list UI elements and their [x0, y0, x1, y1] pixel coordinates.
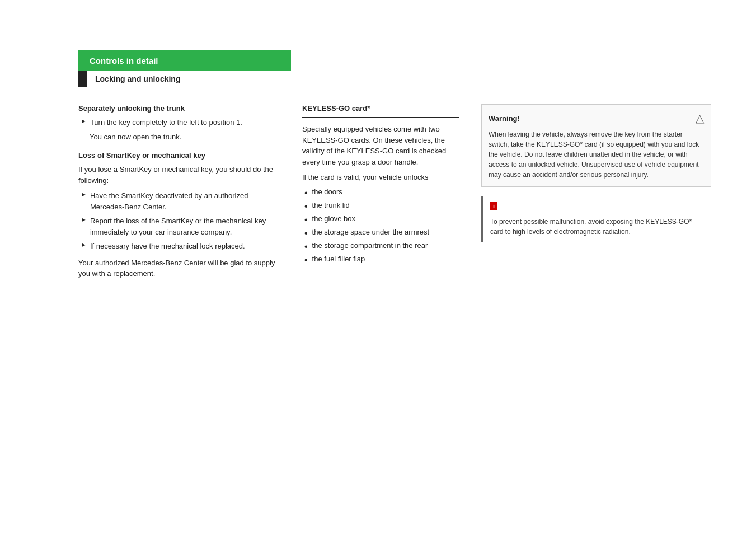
content-area: Separately unlocking the trunk ► Turn th…	[78, 104, 711, 284]
keyless-item-4: • the storage compartment in the rear	[302, 241, 459, 252]
right-column: Warning! △ When leaving the vehicle, alw…	[481, 104, 711, 284]
dot-icon-2: •	[304, 214, 308, 225]
keyless-item-2-text: the glove box	[312, 214, 355, 223]
dot-icon-4: •	[304, 241, 308, 252]
bullet-arrow-icon-4: ►	[81, 241, 87, 248]
left-column: Separately unlocking the trunk ► Turn th…	[78, 104, 280, 284]
dot-icon-3: •	[304, 228, 308, 238]
notice-icon: i	[490, 202, 497, 210]
smartkey-bullet-1-text: Have the SmartKey deactivated by an auth…	[90, 190, 280, 212]
keyless-divider	[302, 117, 459, 118]
keyless-body1: Specially equipped vehicles come with tw…	[302, 124, 459, 167]
smartkey-section-heading: Loss of SmartKey or mechanical key	[78, 151, 280, 160]
dot-icon-5: •	[304, 255, 308, 265]
smartkey-body1: If you lose a SmartKey or mechanical key…	[78, 164, 280, 186]
page-container: Controls in detail Locking and unlocking…	[0, 50, 756, 534]
keyless-heading: KEYLESS-GO card*	[302, 104, 459, 113]
keyless-item-1: • the trunk lid	[302, 201, 459, 212]
notice-text: To prevent possible malfunction, avoid e…	[490, 217, 705, 237]
smartkey-bullet-2-text: Report the loss of the SmartKey or the m…	[90, 216, 280, 237]
dot-icon-1: •	[304, 201, 308, 212]
black-tab	[78, 71, 87, 87]
trunk-section-heading: Separately unlocking the trunk	[78, 104, 280, 113]
bullet-arrow-icon-3: ►	[81, 216, 87, 223]
keyless-items-list: • the doors • the trunk lid • the glove …	[302, 188, 459, 266]
keyless-item-3-text: the storage space under the armrest	[312, 228, 430, 236]
controls-header: Controls in detail	[78, 50, 291, 71]
keyless-item-5-text: the fuel filler flap	[312, 255, 365, 263]
smartkey-bullet-3: ► If necessary have the mechanical lock …	[78, 241, 280, 252]
warning-triangle-icon: △	[696, 111, 704, 125]
bullet-arrow-icon-2: ►	[81, 191, 87, 198]
warning-text: When leaving the vehicle, always remove …	[489, 129, 704, 180]
smartkey-bullet-1: ► Have the SmartKey deactivated by an au…	[78, 190, 280, 212]
notice-box: i To prevent possible malfunction, avoid…	[481, 196, 711, 242]
keyless-item-3: • the storage space under the armrest	[302, 228, 459, 238]
warning-header: Warning! △	[489, 111, 704, 125]
smartkey-bullet-3-text: If necessary have the mechanical lock re…	[90, 241, 245, 252]
keyless-item-2: • the glove box	[302, 214, 459, 225]
controls-header-label: Controls in detail	[90, 56, 158, 65]
warning-box: Warning! △ When leaving the vehicle, alw…	[481, 104, 711, 187]
notice-icon-wrapper: i	[490, 202, 705, 213]
locking-title: Locking and unlocking	[87, 71, 188, 87]
keyless-item-0-text: the doors	[312, 188, 342, 196]
keyless-item-5: • the fuel filler flap	[302, 255, 459, 265]
warning-title: Warning!	[489, 114, 520, 123]
trunk-indent-text: You can now open the trunk.	[78, 132, 280, 143]
trunk-bullet-1-text: Turn the key completely to the left to p…	[90, 117, 242, 128]
subheader-row: Locking and unlocking	[78, 71, 756, 87]
keyless-item-1-text: the trunk lid	[312, 201, 350, 209]
smartkey-bullet-2: ► Report the loss of the SmartKey or the…	[78, 216, 280, 237]
smartkey-body2: Your authorized Mercedes-Benz Center wil…	[78, 257, 280, 279]
dot-icon-0: •	[304, 188, 308, 198]
trunk-bullet-1: ► Turn the key completely to the left to…	[78, 117, 280, 128]
keyless-body2: If the card is valid, your vehicle unloc…	[302, 172, 459, 183]
middle-column: KEYLESS-GO card* Specially equipped vehi…	[302, 104, 459, 284]
keyless-item-0: • the doors	[302, 188, 459, 198]
bullet-arrow-icon: ►	[81, 118, 87, 124]
keyless-item-4-text: the storage compartment in the rear	[312, 241, 428, 250]
